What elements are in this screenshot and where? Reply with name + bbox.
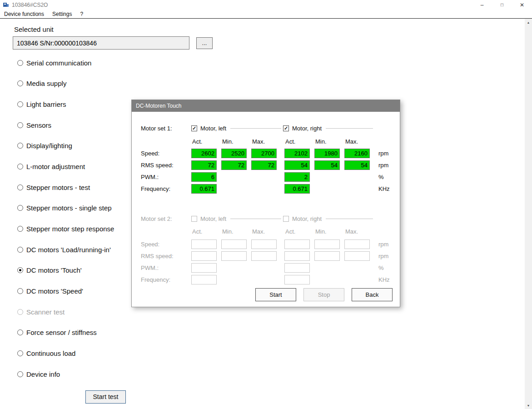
motor-left-label: Motor, left [200,125,226,132]
rms-right-max [344,251,370,261]
rms-right-min [314,251,340,261]
app-icon [3,2,9,8]
test-option-display-lighting[interactable]: Display/lighting [17,141,114,150]
frequency-left-act [191,275,217,284]
radio-icon [17,226,23,232]
motor-right-checkbox-set1[interactable]: ✓ [283,125,289,131]
test-option-label: L-motor adjustment [26,163,85,170]
menubar: Device functions Settings ? [0,10,532,19]
scroll-down-icon[interactable]: ▼ [525,402,532,409]
pwm-row-set2: PWM.: % [141,262,397,274]
radio-icon [17,80,23,86]
speed-row-set2: Speed: rpm [141,238,397,250]
speed-left-max: 2700 [251,149,277,158]
test-option-label: Stepper motor step response [26,225,114,233]
radio-icon [17,164,23,170]
scroll-up-icon[interactable]: ▲ [525,19,532,26]
group-divider [230,128,281,129]
start-test-button[interactable]: Start test [85,390,126,404]
menu-help[interactable]: ? [76,10,87,18]
test-option-label: Force sensor / stiffness [26,329,97,336]
radio-disabled-icon [17,309,23,315]
rms-right-max: 54 [344,160,370,170]
row-label-pwm: PWM.: [141,174,191,180]
test-option-dc-motors-speed[interactable]: DC motors 'Speed' [17,287,114,296]
radio-icon [17,122,23,128]
test-option-stepper-motors-test[interactable]: Stepper motors - test [17,183,114,192]
minimize-icon[interactable]: – [472,0,492,10]
dialog-title: DC-Motoren Touch [136,103,182,109]
group-divider [326,128,373,129]
menu-device-functions[interactable]: Device functions [0,10,48,18]
frequency-right-act: 0.671 [284,184,310,194]
group-divider [230,219,281,219]
radio-icon [17,350,23,356]
frequency-left-act: 0.671 [191,184,217,194]
maximize-icon[interactable]: □ [492,0,512,10]
selected-unit-field[interactable] [13,36,189,50]
motor-set-2-header: Motor set 2: Motor, left Motor, right [141,214,397,223]
frequency-right-act [284,275,310,284]
browse-button[interactable]: ... [196,37,213,49]
unit-label: % [378,174,384,180]
test-option-sensors[interactable]: Sensors [17,120,114,130]
rms-speed-row-set1: RMS speed: 72 72 72 54 54 54 rpm [141,159,397,171]
test-option-light-barriers[interactable]: Light barriers [17,100,114,109]
rms-left-act: 72 [191,160,217,170]
test-option-label: Light barriers [26,100,66,108]
speed-left-act [191,239,217,249]
test-option-media-supply[interactable]: Media supply [17,79,114,88]
dialog-body: Motor set 1: ✓ Motor, left ✓ Motor, righ… [132,112,400,307]
unit-label: % [378,264,384,271]
frequency-row-set2: Frequency: KHz [141,274,397,285]
radio-icon [17,329,23,335]
motor-right-checkbox-set2 [283,216,289,222]
test-option-serial-communication[interactable]: Serial communication [17,58,114,67]
col-min-right: Min. [314,138,344,145]
row-label-frequency: Frequency: [141,185,191,192]
start-button[interactable]: Start [255,288,296,301]
window-controls: – □ ✕ [472,0,532,10]
speed-left-act: 2602 [191,149,217,158]
close-icon[interactable]: ✕ [512,0,532,10]
motor-left-group-set2: Motor, left [191,215,283,222]
speed-left-min: 2520 [221,149,247,158]
test-option-dc-motors-touch[interactable]: DC motors 'Touch' [17,266,114,275]
frequency-row-set1: Frequency: 0.671 0.671 KHz [141,183,397,195]
radio-icon [17,143,23,149]
test-option-label: Serial communication [26,59,91,67]
test-option-device-info[interactable]: Device info [17,369,114,379]
col-min-right: Min. [314,228,344,235]
window-titlebar: 103846#CS2O – □ ✕ [0,0,532,10]
motor-right-group-set1: ✓ Motor, right [283,125,375,132]
col-max-left: Max. [251,138,281,145]
radio-icon [17,288,23,294]
speed-right-act: 2102 [284,149,310,158]
test-option-label: DC motors 'Load/running-in' [26,246,111,254]
rms-right-min: 54 [314,160,340,170]
dialog-titlebar[interactable]: DC-Motoren Touch [132,100,400,112]
motor-left-group-set1: ✓ Motor, left [191,125,283,132]
speed-left-max [251,239,277,249]
col-max-right: Max. [344,138,374,145]
rms-left-min: 72 [221,160,247,170]
test-option-stepper-motor-step-response[interactable]: Stepper motor step response [17,224,114,234]
motor-left-checkbox-set1[interactable]: ✓ [191,125,197,131]
test-option-list: Serial communication Media supply Light … [17,58,114,390]
test-option-dc-motors-load-running-in[interactable]: DC motors 'Load/running-in' [17,245,114,254]
menu-settings[interactable]: Settings [48,10,76,18]
vertical-scrollbar[interactable]: ▲ ▼ [525,19,532,409]
radio-icon [17,60,23,66]
test-option-continuous-load[interactable]: Continuous load [17,349,114,358]
test-option-l-motor-adjustment[interactable]: L-motor adjustment [17,162,114,171]
test-option-stepper-motors-single-step[interactable]: Stepper motors - single step [17,204,114,213]
dc-motors-touch-dialog: DC-Motoren Touch Motor set 1: ✓ Motor, l… [131,100,400,307]
col-act-left: Act. [191,138,221,145]
test-option-force-sensor-stiffness[interactable]: Force sensor / stiffness [17,328,114,337]
radio-icon [17,205,23,211]
back-button[interactable]: Back [352,288,393,301]
pwm-left-act [191,263,217,273]
motor-right-group-set2: Motor, right [283,215,375,222]
unit-label: KHz [378,276,390,283]
test-option-label: DC motors 'Speed' [26,287,83,295]
